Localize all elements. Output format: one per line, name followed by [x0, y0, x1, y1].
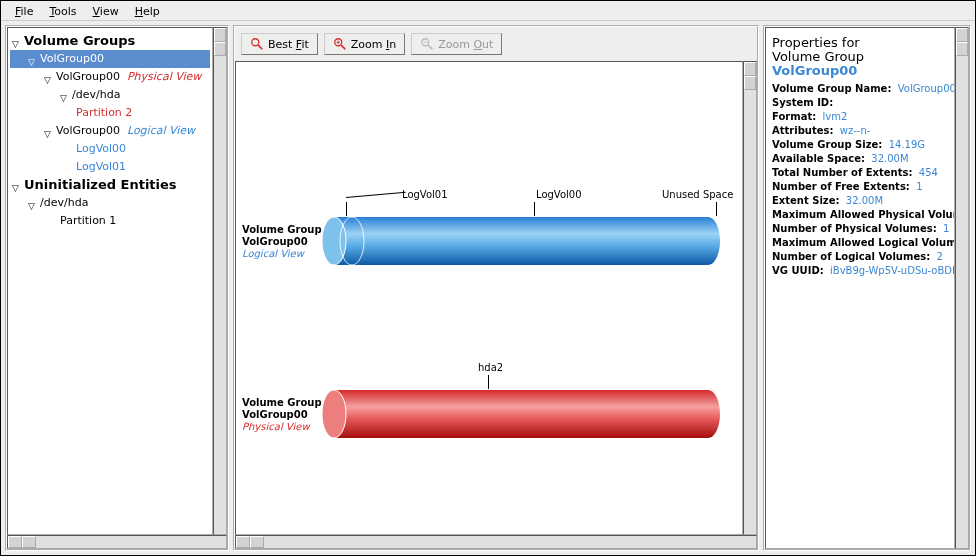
- pointer-line: [488, 375, 489, 389]
- expand-icon[interactable]: [44, 127, 53, 136]
- svg-line-1: [258, 45, 262, 49]
- scrollbar-horizontal[interactable]: [235, 535, 757, 549]
- menu-tools[interactable]: Tools: [41, 3, 84, 18]
- button-label: Zoom Out: [438, 38, 493, 51]
- properties-title: Properties for Volume Group VolGroup00: [772, 36, 948, 78]
- prop-sysid: System ID:: [772, 96, 948, 110]
- properties-panel: Properties for Volume Group VolGroup00 V…: [763, 25, 971, 551]
- scrollbar-vertical[interactable]: [743, 61, 757, 535]
- pointer-line: [346, 192, 406, 198]
- svg-rect-13: [334, 390, 708, 438]
- tree-uninitialized[interactable]: Uninitialized Entities: [10, 176, 210, 194]
- prop-vgname: Volume Group Name: VolGroup00: [772, 82, 948, 96]
- tree-partition1[interactable]: Partition 1: [10, 212, 210, 230]
- pointer-line: [346, 202, 347, 216]
- svg-line-7: [428, 45, 432, 49]
- toolbar: Best Fit Zoom In Zoom Out: [235, 27, 757, 61]
- menu-tools-label: ools: [54, 5, 76, 18]
- tree-label: VolGroup00: [56, 69, 120, 85]
- scrollbar-vertical[interactable]: [955, 27, 969, 549]
- scrollbar-vertical[interactable]: [213, 27, 227, 535]
- tree-label: LogVol01: [76, 159, 126, 175]
- prop-totext: Total Number of Extents: 454: [772, 166, 948, 180]
- main-layout: Volume Groups VolGroup00 VolGroup00 Phys…: [1, 21, 975, 555]
- menu-file[interactable]: File: [7, 3, 41, 18]
- canvas[interactable]: Volume Group VolGroup00 Logical View L: [235, 61, 743, 535]
- prop-attr: Attributes: wz--n-: [772, 124, 948, 138]
- zoom-in-button[interactable]: Zoom In: [324, 33, 405, 55]
- menu-view[interactable]: View: [85, 3, 127, 18]
- sidebar-panel: Volume Groups VolGroup00 VolGroup00 Phys…: [5, 25, 229, 551]
- svg-point-0: [252, 39, 259, 46]
- tree-label: VolGroup00: [40, 51, 104, 67]
- properties-body: Properties for Volume Group VolGroup00 V…: [765, 27, 955, 549]
- prop-freeext: Number of Free Extents: 1: [772, 180, 948, 194]
- svg-point-11: [322, 217, 346, 265]
- tree-sublabel: Physical View: [127, 69, 201, 85]
- expand-icon[interactable]: [12, 181, 21, 190]
- svg-point-15: [322, 390, 346, 438]
- segment-label-hda2: hda2: [478, 360, 503, 375]
- zoom-fit-icon: [250, 37, 264, 51]
- menu-help-label: elp: [143, 5, 160, 18]
- menu-help[interactable]: Help: [127, 3, 168, 18]
- expand-icon[interactable]: [44, 73, 53, 82]
- zoom-out-icon: [420, 37, 434, 51]
- prop-vgsize: Volume Group Size: 14.19G: [772, 138, 948, 152]
- tree-label: /dev/hda: [40, 195, 88, 211]
- pointer-line: [534, 202, 535, 216]
- tree-label: Uninitialized Entities: [24, 177, 177, 193]
- prop-numlv: Number of Logical Volumes: 2: [772, 250, 948, 264]
- svg-point-10: [696, 217, 720, 265]
- tree-label: LogVol00: [76, 141, 126, 157]
- prop-extsize: Extent Size: 32.00M: [772, 194, 948, 208]
- pointer-line: [716, 202, 717, 216]
- prop-maxpv: Maximum Allowed Physical Volumes:: [772, 208, 948, 222]
- segment-label-logvol01: LogVol01: [402, 187, 448, 202]
- prop-avail: Available Space: 32.00M: [772, 152, 948, 166]
- tree-physical-view[interactable]: VolGroup00 Physical View: [10, 68, 210, 86]
- expand-icon[interactable]: [60, 91, 69, 100]
- button-label: Best Fit: [268, 38, 309, 51]
- svg-line-3: [341, 45, 345, 49]
- tree-logvol00[interactable]: LogVol00: [10, 140, 210, 158]
- tree-label: Partition 1: [60, 213, 116, 229]
- tree-volgroup00[interactable]: VolGroup00: [10, 50, 210, 68]
- expand-icon[interactable]: [28, 199, 37, 208]
- tree-logvol01[interactable]: LogVol01: [10, 158, 210, 176]
- tree-volume-groups[interactable]: Volume Groups: [10, 32, 210, 50]
- segment-label-logvol00: LogVol00: [536, 187, 582, 202]
- tree-partition2[interactable]: Partition 2: [10, 104, 210, 122]
- prop-format: Format: lvm2: [772, 110, 948, 124]
- tree-label: Volume Groups: [24, 33, 135, 49]
- button-label: Zoom In: [351, 38, 396, 51]
- scrollbar-horizontal[interactable]: [7, 535, 227, 549]
- tree-dev-hda-2[interactable]: /dev/hda: [10, 194, 210, 212]
- prop-uuid: VG UUID: iBvB9g-Wp5V-uDSu-oBDE-: [772, 264, 948, 278]
- cylinder-logical: [322, 215, 720, 267]
- tree-label: Partition 2: [76, 105, 132, 121]
- canvas-panel: Best Fit Zoom In Zoom Out Volume Group V…: [233, 25, 759, 551]
- vg-physical-label: Volume Group VolGroup00 Physical View: [242, 397, 322, 433]
- prop-numpv: Number of Physical Volumes: 1: [772, 222, 948, 236]
- tree-logical-view[interactable]: VolGroup00 Logical View: [10, 122, 210, 140]
- tree-sublabel: Logical View: [127, 123, 195, 139]
- tree-view[interactable]: Volume Groups VolGroup00 VolGroup00 Phys…: [7, 27, 213, 535]
- tree-label: /dev/hda: [72, 87, 120, 103]
- menubar: File Tools View Help: [1, 1, 975, 21]
- prop-maxlv: Maximum Allowed Logical Volumes:: [772, 236, 948, 250]
- tree-dev-hda[interactable]: /dev/hda: [10, 86, 210, 104]
- svg-rect-9: [334, 217, 708, 265]
- best-fit-button[interactable]: Best Fit: [241, 33, 318, 55]
- expand-icon[interactable]: [12, 37, 21, 46]
- segment-label-unused: Unused Space: [662, 187, 733, 202]
- menu-file-label: ile: [21, 5, 34, 18]
- zoom-out-button[interactable]: Zoom Out: [411, 33, 502, 55]
- menu-view-label: iew: [100, 5, 119, 18]
- tree-label: VolGroup00: [56, 123, 120, 139]
- zoom-in-icon: [333, 37, 347, 51]
- vg-logical-label: Volume Group VolGroup00 Logical View: [242, 224, 322, 260]
- cylinder-physical: [322, 388, 720, 440]
- expand-icon[interactable]: [28, 55, 37, 64]
- svg-point-14: [696, 390, 720, 438]
